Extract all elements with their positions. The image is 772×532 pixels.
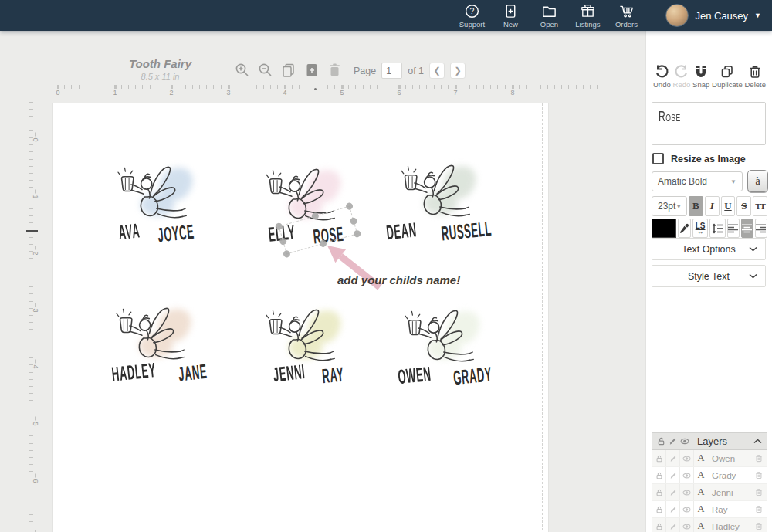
layer-name: Hadley [708,522,751,531]
layer-row[interactable]: A Ray [652,501,767,518]
lock-icon[interactable] [652,484,666,500]
pencil-icon[interactable] [666,518,680,532]
document-title: Tooth Fairy [100,57,220,70]
font-family-select[interactable]: Amatic Bold ▼ [652,171,743,191]
eye-icon[interactable] [680,437,689,446]
eye-icon[interactable] [680,518,694,532]
canvas-region: Tooth Fairy 8.5 x 11 in Page of 1 ❮ ❯ 01… [0,31,645,532]
uppercase-button[interactable]: TT [753,196,767,216]
copy-page-button[interactable] [280,62,296,78]
nav-orders[interactable]: Orders [607,3,645,29]
italic-button[interactable]: I [705,196,720,216]
resize-as-image-row: Resize as Image [652,153,746,164]
layers-panel-header[interactable]: Layers [652,433,767,450]
pencil-icon[interactable] [666,450,680,466]
text-layer-type-icon: A [694,486,708,498]
nav-support[interactable]: ? Support [452,3,491,29]
trash-icon[interactable] [751,454,767,463]
selection-handle[interactable] [283,249,291,258]
text-options-panel-toggle[interactable]: Text Options [652,238,766,260]
fairy-design-element[interactable]: DEAN RUSSELL [376,162,507,253]
eye-icon[interactable] [680,450,694,466]
color-align-row: LS ↔ [652,219,767,238]
avatar [665,4,689,27]
eyedropper-button[interactable] [678,219,691,238]
ruler-number: 4 [32,364,39,368]
text-edit-field[interactable]: Rose [652,102,766,145]
layer-name: Jenni [708,488,751,497]
layer-row[interactable]: A Owen [652,450,767,467]
font-format-row: 23pt ▼ B I U S TT [652,196,767,216]
layer-row[interactable]: A Jenni [652,484,767,501]
chevron-up-icon[interactable] [753,439,762,444]
eye-icon[interactable] [680,484,694,500]
layer-row[interactable]: A Hadley [652,518,767,532]
pencil-icon[interactable] [666,501,680,517]
next-page-button[interactable]: ❯ [450,63,466,79]
vertical-ruler: 01234567 [23,99,40,532]
font-size-select[interactable]: 23pt ▼ [652,196,687,216]
eye-icon[interactable] [680,501,694,517]
fairy-design-element[interactable]: HADLEY JANE [91,305,222,396]
lock-icon[interactable] [652,467,666,483]
line-spacing-button[interactable] [709,219,725,238]
pencil-icon[interactable] [669,437,677,446]
edit-toolbar: Undo Redo Snap Duplicate Delete [646,65,772,89]
align-center-button[interactable] [741,219,753,238]
bold-button[interactable]: B [689,196,703,216]
delete-page-button[interactable] [327,62,343,78]
delete-button[interactable]: Delete [744,65,765,89]
letter-spacing-button[interactable]: LS ↔ [692,219,708,238]
fairy-design-element[interactable]: JENNI RAY [241,307,372,398]
align-right-button[interactable] [755,219,767,238]
chevron-down-icon [749,273,757,279]
text-layer-type-icon: A [694,503,708,515]
add-page-button[interactable] [303,62,320,78]
ruler-number: 5 [32,422,39,425]
shopping-cart-icon [618,3,635,19]
text-color-swatch[interactable] [652,219,676,238]
trash-icon[interactable] [751,471,767,479]
zoom-in-button[interactable] [234,62,250,78]
resize-as-image-label: Resize as Image [671,154,746,164]
lock-icon[interactable] [652,501,666,517]
fairy-design-element[interactable]: AVA JOYCE [93,164,224,255]
fairy-design-element[interactable]: OWEN GRADY [380,307,511,398]
zoom-out-button[interactable] [257,62,273,78]
duplicate-button[interactable]: Duplicate [712,65,743,89]
chevron-down-icon: ▼ [676,203,682,210]
selection-handle[interactable] [345,202,354,211]
lock-icon[interactable] [652,518,666,532]
previous-page-button[interactable]: ❮ [429,63,445,79]
trash-icon[interactable] [751,505,767,513]
ruler-number: 2 [169,89,173,97]
user-menu[interactable]: Jen Causey ▼ [665,4,761,27]
text-layer-type-icon: A [694,469,708,481]
nav-open[interactable]: Open [530,3,568,29]
align-left-button[interactable] [727,219,740,238]
snap-button[interactable]: Snap [692,65,709,89]
trash-icon[interactable] [751,488,767,496]
page-number-input[interactable] [381,63,402,79]
nav-new[interactable]: New [491,3,530,29]
ruler-number: 7 [453,89,457,97]
pencil-icon[interactable] [666,467,680,483]
undo-button[interactable]: Undo [653,65,671,89]
redo-button[interactable]: Redo [673,65,691,89]
trash-icon[interactable] [751,522,767,530]
layer-row[interactable]: A Grady [652,467,767,484]
open-folder-icon [541,3,557,19]
special-characters-button[interactable]: à [747,170,768,192]
ruler-number: 1 [32,195,39,198]
document-size: 8.5 x 11 in [100,72,220,81]
lock-icon[interactable] [657,437,665,446]
strikethrough-button[interactable]: S [736,196,751,216]
style-text-panel-toggle[interactable]: Style Text [652,265,766,287]
underline-button[interactable]: U [721,196,736,216]
nav-listings[interactable]: Listings [568,3,607,29]
pencil-icon[interactable] [666,484,680,500]
eye-icon[interactable] [680,467,694,483]
resize-as-image-checkbox[interactable] [652,153,664,164]
lock-icon[interactable] [652,450,666,466]
new-document-icon [503,3,519,19]
